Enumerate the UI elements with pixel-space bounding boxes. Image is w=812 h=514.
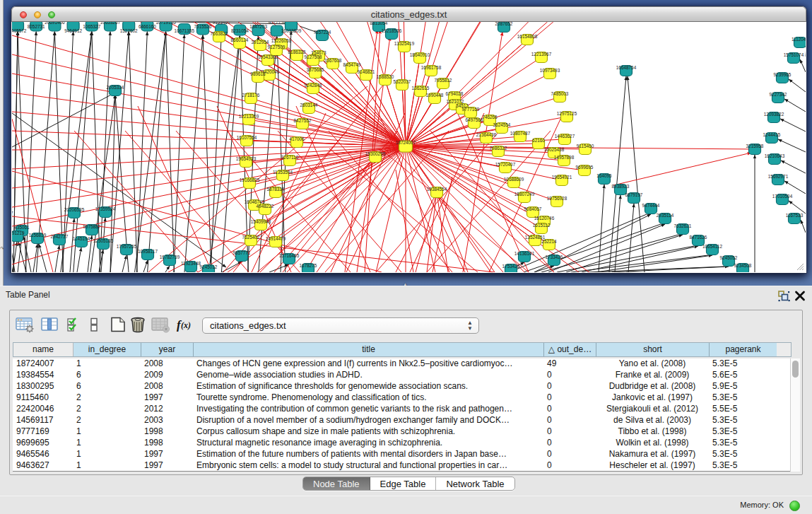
svg-text:62160: 62160 [532,138,545,143]
svg-text:9153467: 9153467 [213,22,230,25]
svg-text:8454749: 8454749 [343,62,361,67]
svg-text:15692971: 15692971 [768,174,789,179]
svg-text:3875685: 3875685 [307,67,324,72]
svg-text:9127509: 9127509 [268,45,286,49]
svg-text:5322037: 5322037 [394,79,411,84]
svg-text:7357224: 7357224 [314,30,331,35]
svg-text:9245052: 9245052 [720,255,738,260]
svg-text:12093822: 12093822 [764,112,784,117]
svg-text:14463627: 14463627 [555,134,575,139]
svg-text:21364436: 21364436 [476,132,497,137]
svg-text:8052731: 8052731 [28,24,45,29]
svg-text:5878334: 5878334 [267,187,285,192]
svg-text:16154808: 16154808 [517,34,538,39]
svg-text:8231054: 8231054 [231,28,249,33]
svg-text:8938923: 8938923 [612,184,630,189]
svg-text:1527602: 1527602 [120,28,138,33]
svg-text:9975887: 9975887 [83,224,101,229]
svg-text:(x): (x) [181,320,191,330]
svg-text:9227342: 9227342 [770,92,787,97]
svg-text:13226058: 13226058 [271,38,292,43]
svg-text:417006: 417006 [289,136,305,141]
svg-text:18807249: 18807249 [514,192,535,197]
svg-text:1167533: 1167533 [786,213,804,218]
svg-text:10688609: 10688609 [504,177,524,182]
svg-text:1065327: 1065327 [83,24,100,29]
svg-text:16120746: 16120746 [534,216,555,221]
svg-text:10671355: 10671355 [175,28,195,33]
svg-text:9077154: 9077154 [268,22,286,25]
svg-text:12213369: 12213369 [239,114,259,119]
svg-text:16107554: 16107554 [237,135,257,140]
svg-text:9234508: 9234508 [734,263,752,268]
svg-text:9115460: 9115460 [577,144,594,148]
svg-text:989618: 989618 [250,71,266,76]
svg-text:19166825: 19166825 [240,177,260,182]
svg-text:1847203: 1847203 [249,24,267,29]
svg-text:9146821: 9146821 [358,69,375,74]
svg-text:9699695: 9699695 [576,165,594,170]
svg-text:9777169: 9777169 [462,107,480,112]
svg-text:4948222: 4948222 [257,204,274,209]
svg-text:7663822: 7663822 [211,31,228,36]
svg-text:8660124: 8660124 [231,37,249,42]
svg-text:391219: 391219 [12,230,25,235]
svg-text:9464912: 9464912 [64,28,82,33]
svg-text:7986322: 7986322 [490,146,507,151]
svg-text:18724007: 18724007 [396,140,416,145]
svg-text:16782759: 16782759 [160,255,180,259]
svg-text:1145194: 1145194 [73,236,90,241]
svg-text:6794028: 6794028 [446,91,464,96]
svg-text:10653267: 10653267 [100,22,121,25]
svg-text:12213967: 12213967 [531,52,552,57]
svg-text:16210643: 16210643 [765,153,785,158]
svg-text:164095: 164095 [596,173,612,178]
svg-text:1753426: 1753426 [502,264,520,269]
svg-text:8186328: 8186328 [288,49,306,54]
svg-text:9242848: 9242848 [305,83,322,88]
svg-text:2087652: 2087652 [495,22,513,26]
svg-text:10719155: 10719155 [155,22,176,25]
svg-text:2803144: 2803144 [300,103,318,107]
svg-text:9084067: 9084067 [524,206,542,211]
svg-text:16033809: 16033809 [281,28,302,33]
svg-text:7485003: 7485003 [551,91,569,96]
svg-text:9474444: 9474444 [642,203,660,208]
svg-text:11353594: 11353594 [273,170,293,175]
svg-text:15720407: 15720407 [495,162,516,167]
svg-text:10973493: 10973493 [540,68,560,73]
svg-text:17010504: 17010504 [772,194,793,199]
svg-text:14914479: 14914479 [266,236,286,241]
svg-text:1244415: 1244415 [763,132,781,137]
svg-text:20691406: 20691406 [45,22,65,25]
svg-text:3912954: 3912954 [252,40,269,45]
svg-text:2405572: 2405572 [12,28,27,33]
svg-text:1112043: 1112043 [792,37,806,42]
svg-text:2367608: 2367608 [324,58,342,63]
svg-text:10025438: 10025438 [544,147,565,152]
svg-text:746266: 746266 [482,115,498,119]
svg-text:8813054: 8813054 [370,22,388,25]
svg-text:1588520: 1588520 [377,74,394,79]
svg-text:14957898: 14957898 [554,155,575,160]
svg-text:6497568: 6497568 [466,117,483,122]
svg-text:17957255: 17957255 [117,244,137,249]
svg-text:7632621: 7632621 [674,223,692,228]
svg-text:9239965: 9239965 [774,72,792,77]
svg-text:17359924: 17359924 [95,206,116,211]
svg-text:16961758: 16961758 [421,65,442,70]
svg-text:2942737: 2942737 [51,234,69,239]
svg-text:9245012: 9245012 [200,264,218,269]
svg-text:10654112: 10654112 [702,244,722,249]
svg-text:2935114: 2935114 [657,213,674,218]
svg-text:15751074: 15751074 [784,52,804,57]
svg-text:9127508: 9127508 [305,54,322,59]
svg-text:3267110: 3267110 [281,155,299,160]
svg-text:1615112: 1615112 [533,223,551,228]
svg-text:6879197: 6879197 [625,192,643,197]
svg-text:8471626: 8471626 [690,235,707,240]
svg-text:1678275: 1678275 [300,263,317,268]
svg-text:2718176: 2718176 [242,93,260,98]
svg-text:3624554: 3624554 [493,122,511,127]
svg-text:7955812: 7955812 [435,78,452,83]
